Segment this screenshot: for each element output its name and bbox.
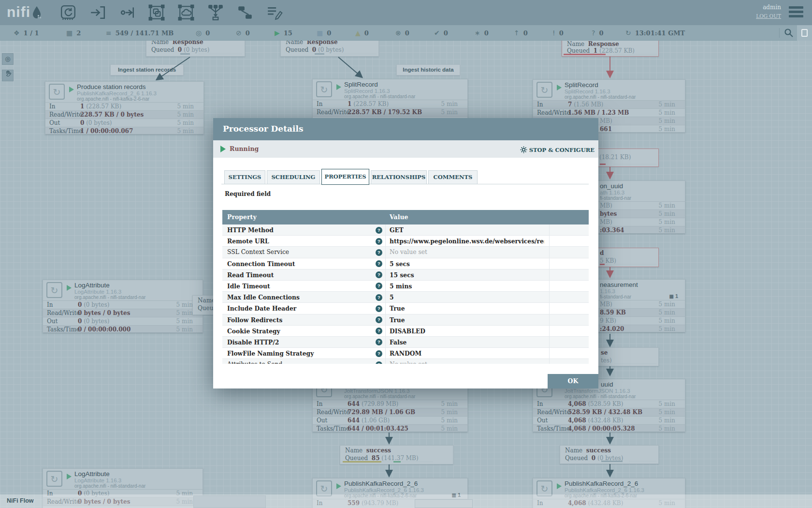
tab-settings[interactable]: SETTINGS	[224, 170, 265, 184]
help-icon[interactable]: ?	[376, 361, 382, 364]
grouped-count-badge: ▦1	[669, 293, 678, 299]
input-port-icon[interactable]	[88, 3, 107, 22]
operate-palette-button[interactable]	[2, 70, 14, 81]
processor-icon[interactable]	[59, 3, 77, 22]
navigate-icon: ◎	[5, 55, 10, 62]
column-property: Property	[227, 213, 257, 221]
processor-logattribute[interactable]: ↻ LogAttribute LogAttribute 1.16.3 org.a…	[43, 280, 203, 333]
help-icon[interactable]: ?	[376, 227, 382, 234]
remote-process-group-icon[interactable]	[177, 3, 195, 22]
processor-stat-row: Read/Write729.89 MB / 1.06 GB5 min	[313, 408, 467, 416]
panel-toggle-button[interactable]	[797, 25, 812, 41]
help-icon[interactable]: ?	[376, 305, 382, 312]
help-icon[interactable]: ?	[376, 238, 382, 245]
dialog-header: Processor Details	[213, 118, 598, 140]
app-header: nifi admin LOG OUT	[0, 0, 812, 25]
ok-button[interactable]: OK	[548, 374, 598, 388]
processor-stat-row: Read/Write528.59 KB / 432.48 KB5 min	[533, 408, 685, 416]
grid-icon: ▦	[669, 294, 673, 299]
queue-label[interactable]: Name success Queued 0 (0 bytes)	[560, 445, 659, 464]
canvas-label[interactable]: Ingest historic data	[396, 64, 460, 75]
help-icon[interactable]: ?	[376, 328, 382, 334]
gear-icon	[520, 146, 527, 153]
processor-stat-row: In7 (1.56 MB)5 min	[533, 100, 685, 108]
running-icon	[220, 146, 226, 152]
run-state-label: Running	[230, 145, 259, 152]
status-item: ▦2	[66, 25, 81, 41]
queue-label[interactable]: Name Response Queued 1 (228.57 KB)	[562, 40, 659, 57]
breadcrumb-bar: NiFi Flow	[0, 494, 812, 508]
property-row: FlowFile Naming Strategy ? RANDOM	[222, 348, 589, 359]
processor-stat-row: Out644 (1.06 GB)5 min	[313, 416, 467, 424]
status-item: ✔0	[434, 25, 448, 41]
status-item: ≡549 / 141.71 MB	[106, 25, 174, 41]
hand-icon	[4, 70, 12, 77]
column-value: Value	[390, 213, 408, 221]
status-item: ■0	[317, 25, 331, 41]
help-icon[interactable]: ?	[376, 283, 382, 289]
help-icon[interactable]: ?	[376, 350, 382, 357]
help-icon[interactable]: ?	[376, 294, 382, 301]
label-icon[interactable]	[265, 3, 284, 22]
stop-and-configure-button[interactable]: STOP & CONFIGURE	[520, 145, 594, 154]
queue-label[interactable]: Name success Queued 85 (141.37 MB)	[340, 445, 453, 464]
processor-stat-row: Read/Write1.56 MB / 1.23 MB5 min	[533, 108, 685, 117]
template-icon[interactable]	[236, 3, 254, 22]
running-icon	[67, 474, 72, 479]
status-item: ▶15	[275, 25, 292, 41]
processor-icon: ↻	[46, 282, 62, 298]
status-item: ?0	[592, 25, 603, 41]
breadcrumb[interactable]: NiFi Flow	[7, 497, 34, 504]
processor-icon: ↻	[536, 82, 552, 98]
required-field-note: Required field	[225, 191, 271, 197]
status-item: ❖1 / 1	[14, 25, 39, 41]
help-icon[interactable]: ?	[376, 316, 382, 323]
property-row: Disable HTTP/2 ? False	[222, 337, 589, 348]
process-group-icon[interactable]	[147, 3, 166, 22]
tab-properties[interactable]: PROPERTIES	[321, 169, 369, 185]
output-port-icon[interactable]	[118, 3, 136, 22]
properties-table-header: Property Value	[222, 210, 589, 224]
nifi-logo: nifi	[7, 4, 42, 20]
processor-stat-row: Tasks/Time644 / 00:01:03.4255 min	[313, 424, 467, 433]
property-row: Attributes to Send ? No value set	[222, 359, 589, 364]
processor-details-dialog: Processor Details Running STOP & CONFIGU…	[213, 118, 598, 388]
status-item: !0	[552, 25, 564, 41]
navigate-palette-button[interactable]: ◎	[2, 53, 14, 65]
help-icon[interactable]: ?	[376, 260, 382, 267]
processor-produce-station-records[interactable]: ↻ Produce station records PublishKafkaRe…	[45, 81, 204, 134]
help-icon[interactable]: ?	[376, 339, 382, 345]
help-icon[interactable]: ?	[376, 271, 382, 278]
property-row: HTTP Method ? GET	[222, 224, 589, 236]
current-user: admin	[756, 4, 781, 11]
funnel-icon[interactable]	[206, 3, 225, 22]
canvas-label[interactable]: Ingest station records	[110, 64, 184, 75]
processor-icon: ↻	[316, 81, 332, 97]
help-icon[interactable]: ?	[376, 249, 382, 256]
processor-stat-row: In4,068 (528.59 KB)5 min	[533, 400, 685, 408]
properties-table: HTTP Method ? GET Remote URL ? https://w…	[222, 224, 589, 364]
processor-stat-row: Read/Write228.57 KB / 179.52 KB5 min	[313, 108, 467, 116]
search-button[interactable]	[784, 28, 794, 40]
running-icon	[67, 285, 72, 291]
tab-relationships[interactable]: RELATIONSHIPS	[371, 170, 427, 184]
status-item: ◎0	[196, 25, 210, 41]
property-row: Connection Timeout ? 5 secs	[222, 258, 589, 269]
processor-stat-row: In1 (228.57 KB)5 min	[313, 100, 467, 108]
processor-stat-row: Read/Write0 bytes / 0 bytes5 min	[43, 309, 203, 317]
status-item: ∗0	[475, 25, 489, 41]
last-refresh[interactable]: ↻13:01:41 GMT	[625, 25, 685, 41]
processor-stat-row: Tasks/Time1 / 00:00:00.0675 min	[45, 127, 203, 135]
tab-scheduling[interactable]: SCHEDULING	[267, 170, 320, 184]
logout-link[interactable]: LOG OUT	[756, 13, 781, 19]
processor-stat-row: Out0 (0 bytes)5 min	[43, 317, 203, 325]
processor-stat-row: Tasks/Time0 / 00:00:00.0005 min	[43, 325, 203, 333]
processor-icon: ↻	[46, 471, 62, 487]
property-row: Idle Timeout ? 5 mins	[222, 281, 589, 292]
global-menu-button[interactable]	[789, 6, 803, 19]
refresh-icon: ↻	[625, 29, 631, 37]
status-item: ⊘0	[236, 25, 250, 41]
property-row: Cookie Strategy ? DISABLED	[222, 326, 589, 337]
processor-stat-row: Out4,068 (432.48 KB)5 min	[533, 416, 685, 424]
tab-comments[interactable]: COMMENTS	[428, 170, 478, 184]
